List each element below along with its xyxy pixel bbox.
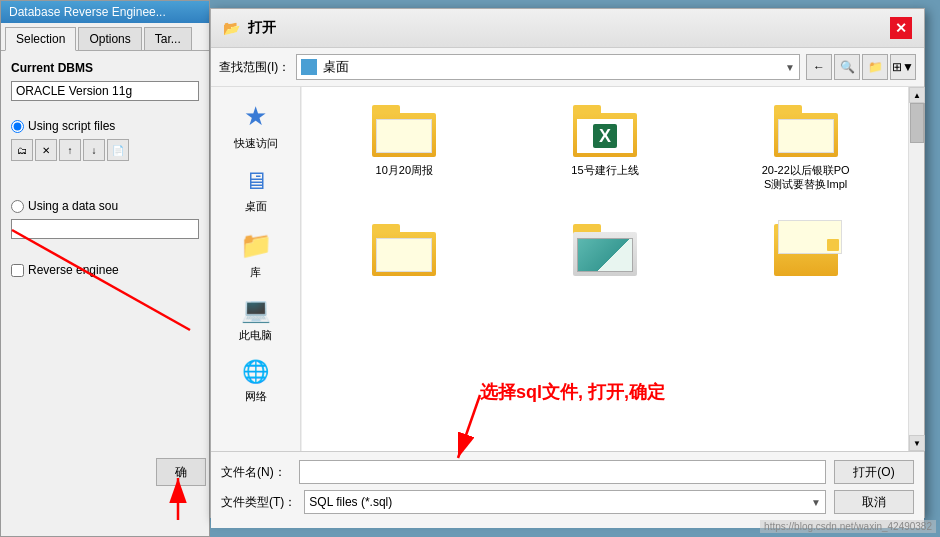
bg-window-content: Current DBMS Using script files 🗂 ✕ ↑ ↓ …	[1, 51, 209, 287]
watermark: https://blog.csdn.net/waxin_42490382	[760, 520, 936, 533]
toolbar-btn-2[interactable]: ✕	[35, 139, 57, 161]
list-item[interactable]	[713, 216, 898, 290]
location-dropdown-inner: 桌面	[301, 58, 349, 76]
nav-back-btn[interactable]: ←	[806, 54, 832, 80]
location-dropdown-arrow: ▼	[785, 62, 795, 73]
filetype-dropdown-arrow: ▼	[811, 497, 821, 508]
filetype-row: 文件类型(T)： SQL files (*.sql) ▼ 取消	[221, 490, 914, 514]
open-button[interactable]: 打开(O)	[834, 460, 914, 484]
file-label-2: 15号建行上线	[571, 163, 638, 177]
desktop-small-icon	[301, 59, 317, 75]
bg-window-titlebar: Database Reverse Enginee...	[1, 1, 209, 23]
datasource-input[interactable]	[11, 219, 199, 239]
filetype-select[interactable]: SQL files (*.sql) ▼	[304, 490, 826, 514]
star-icon: ★	[244, 101, 267, 132]
current-dbms-label: Current DBMS	[11, 61, 199, 75]
file-grid: 10月20周报 X 15号建行上线 20-22以后银联PO	[301, 87, 908, 451]
script-toolbar: 🗂 ✕ ↑ ↓ 📄	[11, 139, 199, 161]
library-icon: 📁	[240, 230, 272, 261]
dialog-title: 📂 打开	[223, 19, 276, 37]
dialog-body: ★ 快速访问 🖥 桌面 📁 库 💻 此电脑 🌐 网络	[211, 87, 924, 451]
location-bar: 查找范围(I)： 桌面 ▼ ← 🔍 📁 ⊞▼	[211, 48, 924, 87]
confirm-button[interactable]: 确	[156, 458, 206, 486]
bg-window-tabs: Selection Options Tar...	[1, 23, 209, 51]
folder-icon-1	[372, 105, 436, 157]
tab-selection[interactable]: Selection	[5, 27, 76, 51]
radio-script-files[interactable]: Using script files	[11, 119, 199, 133]
dbms-input[interactable]	[11, 81, 199, 101]
toolbar-btn-1[interactable]: 🗂	[11, 139, 33, 161]
sidebar-item-thispc[interactable]: 💻 此电脑	[215, 290, 296, 349]
scrollbar-down-btn[interactable]: ▼	[909, 435, 925, 451]
list-item[interactable]	[513, 216, 698, 290]
background-window: Database Reverse Enginee... Selection Op…	[0, 0, 210, 537]
sidebar-item-desktop[interactable]: 🖥 桌面	[215, 161, 296, 220]
folder-icon-6	[774, 224, 838, 276]
nav-view-btn[interactable]: ⊞▼	[890, 54, 916, 80]
sidebar-item-quickaccess[interactable]: ★ 快速访问	[215, 95, 296, 157]
filename-label: 文件名(N)：	[221, 464, 291, 481]
folder-icon-5	[573, 224, 637, 276]
file-label-3: 20-22以后银联POS测试要替换Impl	[761, 163, 851, 192]
list-item[interactable]: X 15号建行上线	[513, 97, 698, 200]
network-icon: 🌐	[242, 359, 269, 385]
tab-options[interactable]: Options	[78, 27, 141, 50]
desktop-icon: 🖥	[244, 167, 268, 195]
tab-target[interactable]: Tar...	[144, 27, 192, 50]
location-label: 查找范围(I)：	[219, 59, 290, 76]
dialog-icon: 📂	[223, 20, 240, 36]
excel-x-icon: X	[593, 124, 617, 148]
checkbox-reverse[interactable]: Reverse enginee	[11, 263, 199, 277]
list-item[interactable]: 20-22以后银联POS测试要替换Impl	[713, 97, 898, 200]
list-item[interactable]	[312, 216, 497, 290]
bg-window-title: Database Reverse Enginee...	[9, 5, 166, 19]
sidebar-item-network[interactable]: 🌐 网络	[215, 353, 296, 410]
open-dialog: 📂 打开 ✕ 查找范围(I)： 桌面 ▼ ← 🔍 📁 ⊞▼ ★ 快速访问	[210, 8, 925, 518]
scrollbar[interactable]: ▲ ▼	[908, 87, 924, 451]
file-label-1: 10月20周报	[376, 163, 433, 177]
nav-newfolder-btn[interactable]: 📁	[862, 54, 888, 80]
filename-row: 文件名(N)： 打开(O)	[221, 460, 914, 484]
radio-data-source[interactable]: Using a data sou	[11, 199, 199, 213]
scrollbar-thumb[interactable]	[910, 103, 924, 143]
toolbar-btn-4[interactable]: ↓	[83, 139, 105, 161]
filetype-label: 文件类型(T)：	[221, 494, 296, 511]
folder-icon-3	[774, 105, 838, 157]
scrollbar-track[interactable]	[909, 103, 924, 435]
thispc-icon: 💻	[241, 296, 271, 324]
scrollbar-up-btn[interactable]: ▲	[909, 87, 925, 103]
cancel-button[interactable]: 取消	[834, 490, 914, 514]
location-dropdown[interactable]: 桌面 ▼	[296, 54, 800, 80]
dialog-sidebar: ★ 快速访问 🖥 桌面 📁 库 💻 此电脑 🌐 网络	[211, 87, 301, 451]
dialog-titlebar: 📂 打开 ✕	[211, 9, 924, 48]
toolbar-btn-3[interactable]: ↑	[59, 139, 81, 161]
filename-input[interactable]	[299, 460, 826, 484]
dialog-bottom: 文件名(N)： 打开(O) 文件类型(T)： SQL files (*.sql)…	[211, 451, 924, 528]
nav-buttons: ← 🔍 📁 ⊞▼	[806, 54, 916, 80]
nav-search-btn[interactable]: 🔍	[834, 54, 860, 80]
toolbar-btn-5[interactable]: 📄	[107, 139, 129, 161]
list-item[interactable]: 10月20周报	[312, 97, 497, 200]
folder-icon-2: X	[573, 105, 637, 157]
dialog-close-button[interactable]: ✕	[890, 17, 912, 39]
folder-icon-4	[372, 224, 436, 276]
sidebar-item-library[interactable]: 📁 库	[215, 224, 296, 286]
